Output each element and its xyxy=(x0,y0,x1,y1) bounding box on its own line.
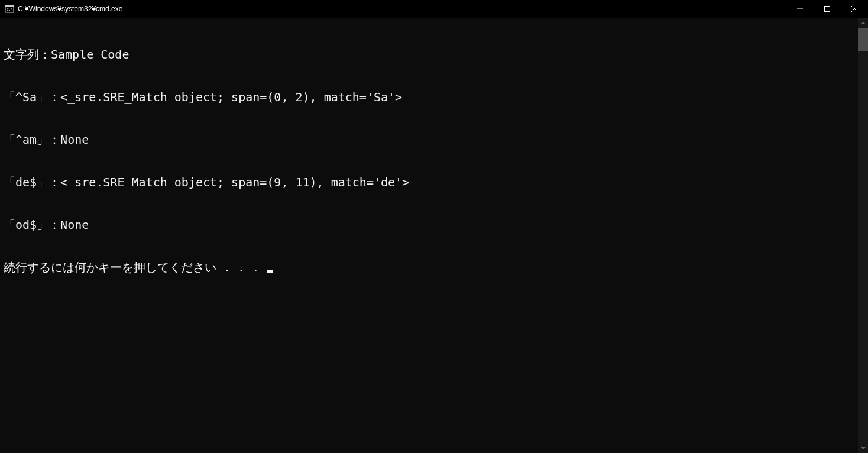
cmd-icon: C:\ xyxy=(5,4,14,14)
window-title: C:¥Windows¥system32¥cmd.exe xyxy=(18,5,786,13)
terminal-area[interactable]: 文字列：Sample Code 「^Sa」：<_sre.SRE_Match ob… xyxy=(0,18,868,453)
window-controls xyxy=(786,0,868,18)
vertical-scrollbar[interactable] xyxy=(858,18,868,453)
scroll-up-arrow[interactable] xyxy=(858,18,868,28)
svg-text:C:\: C:\ xyxy=(7,7,13,11)
cursor xyxy=(267,270,273,273)
maximize-button[interactable] xyxy=(814,0,841,18)
window-titlebar: C:\ C:¥Windows¥system32¥cmd.exe xyxy=(0,0,868,18)
terminal-output: 文字列：Sample Code 「^Sa」：<_sre.SRE_Match ob… xyxy=(0,18,868,303)
terminal-line: 「od$」：None xyxy=(4,218,868,232)
terminal-prompt-line: 続行するには何かキーを押してください . . . xyxy=(4,260,868,274)
terminal-line: 「^Sa」：<_sre.SRE_Match object; span=(0, 2… xyxy=(4,90,868,104)
minimize-button[interactable] xyxy=(786,0,814,18)
scrollbar-thumb[interactable] xyxy=(858,28,868,51)
terminal-line: 「^am」：None xyxy=(4,132,868,147)
svg-rect-4 xyxy=(825,7,830,12)
scroll-down-arrow[interactable] xyxy=(858,443,868,453)
svg-marker-7 xyxy=(861,22,866,24)
close-button[interactable] xyxy=(841,0,868,18)
svg-marker-8 xyxy=(861,447,866,449)
prompt-text: 続行するには何かキーを押してください . . . xyxy=(4,260,266,274)
terminal-line: 文字列：Sample Code xyxy=(4,47,868,62)
terminal-line: 「de$」：<_sre.SRE_Match object; span=(9, 1… xyxy=(4,175,868,189)
